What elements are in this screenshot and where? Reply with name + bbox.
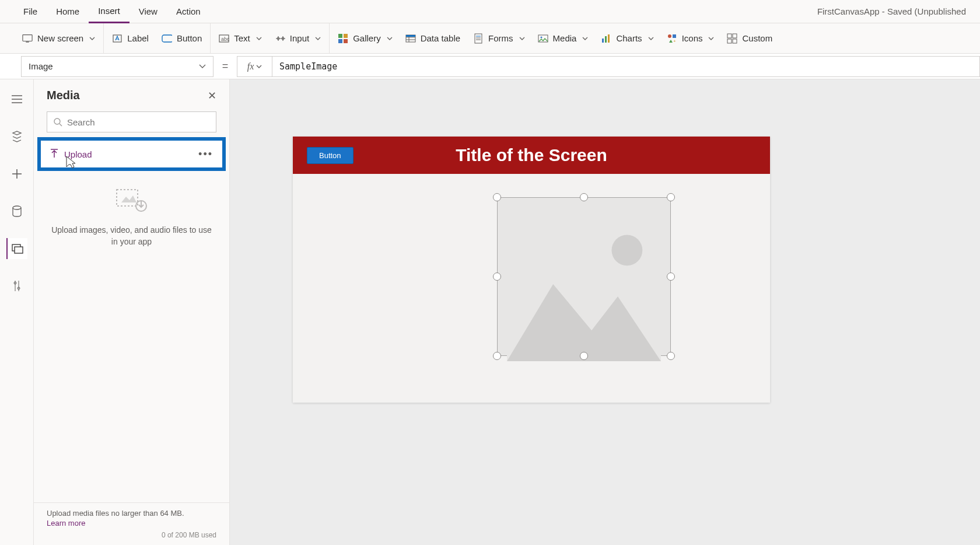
fx-button[interactable]: fx: [237, 56, 272, 77]
left-rail: [0, 79, 34, 545]
media-button[interactable]: Media: [538, 33, 589, 44]
svg-rect-10: [338, 39, 342, 43]
data-table-button[interactable]: Data table: [405, 33, 460, 44]
image-placeholder-icon: [507, 207, 661, 361]
app-screen[interactable]: Button Title of the Screen: [293, 137, 770, 403]
rail-data[interactable]: [6, 201, 27, 222]
screen-header: Button Title of the Screen: [293, 137, 770, 174]
forms-icon: [473, 33, 484, 44]
svg-text:+: +: [673, 39, 676, 44]
tab-action[interactable]: Action: [167, 0, 210, 23]
canvas-title-label[interactable]: Title of the Screen: [293, 145, 770, 165]
panel-title: Media: [47, 89, 80, 102]
property-selector[interactable]: Image: [21, 56, 214, 77]
tab-insert[interactable]: Insert: [89, 0, 130, 23]
text-label: Text: [234, 33, 250, 43]
label-icon: [112, 33, 123, 44]
rail-tree-view[interactable]: [6, 126, 27, 147]
custom-button[interactable]: Custom: [727, 33, 772, 44]
svg-rect-37: [15, 247, 23, 253]
search-icon: [53, 117, 62, 127]
rail-hamburger[interactable]: [6, 89, 27, 110]
forms-label: Forms: [488, 33, 513, 43]
svg-rect-16: [406, 35, 415, 37]
rail-insert[interactable]: [6, 163, 27, 184]
resize-handle[interactable]: [493, 193, 501, 201]
charts-button[interactable]: Charts: [601, 33, 653, 44]
gallery-button[interactable]: Gallery: [338, 33, 393, 44]
canvas-button-control[interactable]: Button: [307, 147, 354, 164]
tab-home[interactable]: Home: [47, 0, 89, 23]
resize-handle[interactable]: [667, 193, 675, 201]
image-control[interactable]: [497, 197, 671, 356]
chevron-down-icon: [199, 64, 206, 68]
button-button[interactable]: Button: [162, 33, 202, 44]
upload-icon: [50, 149, 58, 160]
more-icon[interactable]: •••: [198, 148, 213, 160]
equals-sign: =: [214, 60, 237, 72]
custom-icon: [727, 33, 737, 44]
rail-tools[interactable]: [6, 275, 27, 296]
svg-rect-24: [605, 36, 607, 43]
svg-rect-11: [344, 39, 348, 43]
chevron-down-icon: [582, 37, 588, 40]
gallery-icon: [338, 33, 348, 44]
app-title: FirstCanvasApp - Saved (Unpublished: [817, 6, 966, 16]
data-table-label: Data table: [421, 33, 460, 43]
charts-icon: [601, 33, 611, 44]
upload-button[interactable]: Upload •••: [37, 137, 226, 171]
search-input[interactable]: [67, 117, 210, 127]
resize-handle[interactable]: [667, 272, 675, 281]
property-name: Image: [29, 61, 53, 71]
svg-rect-9: [344, 34, 348, 38]
search-input-wrapper[interactable]: [47, 111, 216, 132]
svg-point-26: [668, 34, 671, 38]
chevron-down-icon: [648, 37, 654, 40]
media-panel: Media ✕ Upload ••• Upload images, video,…: [34, 79, 230, 545]
resize-handle[interactable]: [580, 352, 588, 360]
svg-rect-31: [727, 39, 732, 43]
media-placeholder-icon: [116, 188, 148, 214]
canvas-area[interactable]: Button Title of the Screen: [230, 79, 980, 545]
svg-rect-25: [608, 34, 610, 43]
svg-rect-27: [673, 34, 676, 38]
resize-handle[interactable]: [493, 272, 501, 281]
media-label: Media: [553, 33, 577, 43]
svg-point-35: [13, 206, 21, 209]
svg-rect-0: [23, 34, 32, 41]
forms-button[interactable]: Forms: [473, 33, 525, 44]
close-icon[interactable]: ✕: [208, 89, 216, 102]
text-button[interactable]: abc Text: [219, 33, 262, 44]
formula-input[interactable]: [272, 56, 980, 77]
svg-point-22: [540, 36, 542, 38]
ribbon: New screen Label Button abc Text Input G…: [0, 23, 980, 54]
footer-text: Upload media files no larger than 64 MB.: [47, 509, 184, 518]
tab-file[interactable]: File: [14, 0, 47, 23]
input-button[interactable]: Input: [275, 33, 321, 44]
empty-state-text: Upload images, video, and audio files to…: [50, 225, 214, 247]
svg-marker-45: [121, 195, 136, 202]
svg-point-42: [54, 118, 60, 124]
empty-state: Upload images, video, and audio files to…: [34, 171, 229, 502]
svg-rect-30: [733, 34, 737, 38]
screen-icon: [22, 33, 33, 44]
new-screen-button[interactable]: New screen: [22, 33, 95, 44]
svg-rect-32: [733, 39, 737, 43]
new-screen-label: New screen: [37, 33, 83, 43]
svg-rect-1: [26, 41, 29, 42]
icons-button[interactable]: + Icons: [667, 33, 715, 44]
chevron-down-icon: [256, 37, 262, 40]
label-button[interactable]: Label: [112, 33, 149, 44]
svg-line-43: [60, 124, 62, 126]
resize-handle[interactable]: [580, 193, 588, 201]
media-icon: [538, 33, 548, 44]
svg-rect-29: [727, 34, 732, 38]
tab-view[interactable]: View: [130, 0, 167, 23]
svg-rect-17: [475, 34, 482, 43]
chevron-down-icon: [89, 37, 95, 40]
fx-icon: fx: [247, 61, 254, 72]
resize-handle[interactable]: [493, 352, 501, 360]
learn-more-link[interactable]: Learn more: [47, 519, 216, 527]
resize-handle[interactable]: [667, 352, 675, 360]
rail-media[interactable]: [6, 238, 27, 259]
